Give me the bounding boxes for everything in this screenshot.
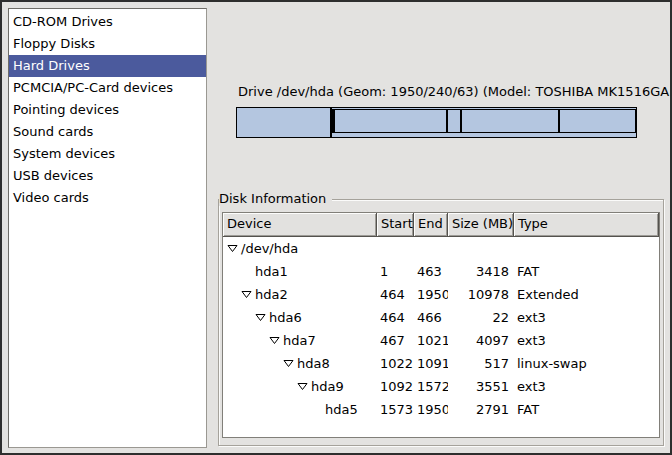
cell-start: 467 — [377, 333, 414, 348]
cell-type: ext3 — [514, 379, 659, 394]
cell-start: 464 — [377, 310, 414, 325]
column-header-type[interactable]: Type — [514, 213, 659, 237]
sidebar-item-usb-devices[interactable]: USB devices — [9, 165, 206, 187]
cell-type: FAT — [514, 264, 659, 279]
cell-end: 1950 — [414, 402, 448, 417]
sidebar-item-video-cards[interactable]: Video cards — [9, 187, 206, 209]
cell-type: ext3 — [514, 310, 659, 325]
column-header-start[interactable]: Start — [377, 213, 414, 237]
disk-information-label: Disk Information — [219, 191, 332, 206]
partition-segment-hda5 — [559, 109, 636, 133]
sidebar-item-cd-rom-drives[interactable]: CD-ROM Drives — [9, 11, 206, 33]
expander-down-icon — [269, 336, 280, 345]
cell-start: 1092 — [377, 379, 414, 394]
expander-icon[interactable] — [297, 382, 311, 391]
partition-segment-hda2 — [331, 107, 637, 138]
sidebar-item-pointing-devices[interactable]: Pointing devices — [9, 99, 206, 121]
table-row-hda8[interactable]: hda810221091517linux-swap — [223, 352, 659, 375]
disk-information-groupbox: Disk Information DeviceStartEndSize (MB)… — [218, 199, 664, 446]
partition-segment-hda9 — [461, 109, 559, 133]
cell-start: 1573 — [377, 402, 414, 417]
cell-size: 517 — [448, 356, 514, 371]
cell-size: 2791 — [448, 402, 514, 417]
device-name: hda1 — [255, 264, 288, 279]
device-name: hda5 — [325, 402, 358, 417]
column-header-size-mb-[interactable]: Size (MB) — [448, 213, 514, 237]
expander-down-icon — [241, 290, 252, 299]
expander-icon[interactable] — [269, 336, 283, 345]
device-name: hda7 — [283, 333, 316, 348]
device-name: hda2 — [255, 287, 288, 302]
table-row-hda9[interactable]: hda9109215723551ext3 — [223, 375, 659, 398]
partition-segment-hda1 — [236, 107, 331, 138]
cell-type: ext3 — [514, 333, 659, 348]
cell-start: 464 — [377, 287, 414, 302]
table-row-hda1[interactable]: hda114633418FAT — [223, 260, 659, 283]
device-category-list[interactable]: CD-ROM DrivesFloppy DisksHard DrivesPCMC… — [8, 8, 207, 448]
sidebar-item-hard-drives[interactable]: Hard Drives — [9, 55, 206, 77]
sidebar-item-sound-cards[interactable]: Sound cards — [9, 121, 206, 143]
partition-table-body: /dev/hdahda114633418FAThda2464195010978E… — [223, 237, 659, 421]
table-row-hda6[interactable]: hda646446622ext3 — [223, 306, 659, 329]
table-row-hda2[interactable]: hda2464195010978Extended — [223, 283, 659, 306]
cell-size: 10978 — [448, 287, 514, 302]
sidebar-item-pcmcia-pc-card-devices[interactable]: PCMCIA/PC-Card devices — [9, 77, 206, 99]
partition-segment-hda8 — [447, 109, 461, 133]
cell-end: 466 — [414, 310, 448, 325]
table-row--dev-hda[interactable]: /dev/hda — [223, 237, 659, 260]
expander-down-icon — [283, 359, 294, 368]
expander-icon[interactable] — [255, 313, 269, 322]
expander-icon[interactable] — [241, 290, 255, 299]
expander-down-icon — [255, 313, 266, 322]
table-row-hda5[interactable]: hda5157319502791FAT — [223, 398, 659, 421]
sidebar-item-floppy-disks[interactable]: Floppy Disks — [9, 33, 206, 55]
expander-icon[interactable] — [283, 359, 297, 368]
device-name: hda6 — [269, 310, 302, 325]
partition-segment-hda7 — [334, 109, 447, 133]
cell-size: 3418 — [448, 264, 514, 279]
column-header-end[interactable]: End — [414, 213, 448, 237]
cell-type: FAT — [514, 402, 659, 417]
cell-end: 1091 — [414, 356, 448, 371]
cell-size: 4097 — [448, 333, 514, 348]
partition-table[interactable]: DeviceStartEndSize (MB)Type /dev/hdahda1… — [222, 212, 660, 438]
cell-start: 1 — [377, 264, 414, 279]
cell-start: 1022 — [377, 356, 414, 371]
cell-end: 1950 — [414, 287, 448, 302]
device-name: hda9 — [311, 379, 344, 394]
partition-bar — [236, 107, 637, 138]
device-name: hda8 — [297, 356, 330, 371]
cell-type: Extended — [514, 287, 659, 302]
hardware-browser-window: CD-ROM DrivesFloppy DisksHard DrivesPCMC… — [0, 0, 672, 455]
cell-size: 22 — [448, 310, 514, 325]
expander-down-icon — [297, 382, 308, 391]
sidebar-item-system-devices[interactable]: System devices — [9, 143, 206, 165]
expander-down-icon — [227, 244, 238, 253]
cell-end: 1572 — [414, 379, 448, 394]
cell-end: 463 — [414, 264, 448, 279]
partition-table-header: DeviceStartEndSize (MB)Type — [223, 213, 659, 237]
device-name: /dev/hda — [241, 241, 298, 256]
cell-end: 1021 — [414, 333, 448, 348]
expander-icon[interactable] — [227, 244, 241, 253]
table-row-hda7[interactable]: hda746710214097ext3 — [223, 329, 659, 352]
column-header-device[interactable]: Device — [223, 213, 377, 237]
cell-type: linux-swap — [514, 356, 659, 371]
cell-size: 3551 — [448, 379, 514, 394]
drive-title: Drive /dev/hda (Geom: 1950/240/63) (Mode… — [238, 84, 672, 99]
